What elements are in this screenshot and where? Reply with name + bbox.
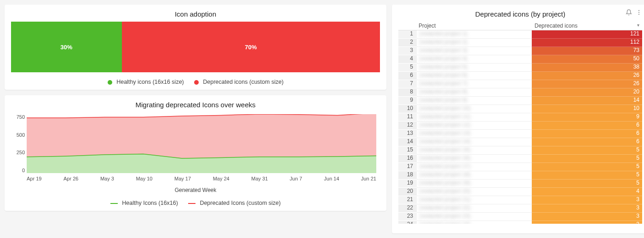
left-column: Icon adoption 30% 70% Healthy icons (16x…	[5, 5, 386, 233]
row-value: 5	[532, 180, 642, 188]
row-index: 14	[398, 138, 417, 146]
row-project: (redacted project 11)	[417, 113, 532, 122]
line-icon	[188, 203, 196, 204]
table-row[interactable]: 5(redacted project 5)38	[398, 64, 642, 72]
row-index: 2	[398, 39, 417, 47]
panel-header: Icon adoption	[11, 9, 380, 22]
row-project: (redacted project 10)	[417, 105, 532, 113]
table-row[interactable]: 16(redacted project 16)5	[398, 155, 642, 163]
row-value: 6	[532, 138, 642, 146]
row-index: 10	[398, 105, 417, 113]
row-project: (redacted project 7)	[417, 80, 532, 88]
row-value: 3	[532, 204, 642, 213]
row-project: (redacted project 20)	[417, 188, 532, 196]
panel-icon-adoption: Icon adoption 30% 70% Healthy icons (16x…	[5, 5, 386, 90]
legend-item-healthy[interactable]: Healthy icons (16x16 size)	[108, 79, 184, 85]
row-project: (redacted project 12)	[417, 122, 532, 130]
row-project: (redacted project 1)	[417, 30, 532, 39]
x-tick: Jun 7	[290, 176, 302, 181]
table-row[interactable]: 13(redacted project 13)6	[398, 130, 642, 138]
svg-point-0	[638, 10, 639, 11]
bell-icon[interactable]	[626, 9, 632, 17]
row-project: (redacted project 15)	[417, 146, 532, 155]
row-index: 11	[398, 113, 417, 122]
legend-label: Healthy Icons (16x16)	[122, 200, 178, 206]
legend-item-deprecated[interactable]: Deprecated icons (custom size)	[194, 79, 284, 85]
col-project[interactable]: Project	[417, 23, 532, 29]
col-deprecated-label: Deprecated icons	[535, 23, 577, 29]
table-row[interactable]: 22(redacted project 22)3	[398, 204, 642, 213]
panel-title: Migrating deprecated Icons over weeks	[136, 101, 256, 109]
table-row[interactable]: 6(redacted project 6)26	[398, 72, 642, 80]
col-index	[398, 23, 417, 29]
row-value: 6	[532, 130, 642, 138]
x-tick: Jun 14	[324, 176, 339, 181]
dashboard: Icon adoption 30% 70% Healthy icons (16x…	[5, 5, 644, 233]
segment-healthy: 30%	[11, 22, 122, 72]
y-tick: 500	[11, 132, 25, 138]
row-project: (redacted project 24)	[417, 221, 532, 224]
row-index: 8	[398, 88, 417, 97]
table-row[interactable]: 2(redacted project 2)112	[398, 39, 642, 47]
y-tick: 0	[11, 168, 25, 173]
row-index: 1	[398, 30, 417, 39]
dot-icon	[108, 80, 112, 85]
x-tick: May 24	[213, 176, 230, 181]
table-row[interactable]: 21(redacted project 21)3	[398, 196, 642, 204]
table-row[interactable]: 7(redacted project 7)26	[398, 80, 642, 88]
row-project: (redacted project 22)	[417, 204, 532, 213]
row-index: 22	[398, 204, 417, 213]
table-row[interactable]: 23(redacted project 23)3	[398, 213, 642, 221]
legend-item-deprecated[interactable]: Deprecated Icons (custom size)	[188, 200, 281, 206]
table-body[interactable]: 1(redacted project 1)1212(redacted proje…	[398, 30, 642, 224]
table-row[interactable]: 4(redacted project 4)50	[398, 55, 642, 64]
row-project: (redacted project 3)	[417, 47, 532, 55]
adoption-stacked-bar: 30% 70%	[11, 22, 380, 72]
table-row[interactable]: 17(redacted project 17)5	[398, 163, 642, 171]
plot-area	[27, 114, 376, 173]
table-row[interactable]: 9(redacted project 9)14	[398, 97, 642, 105]
segment-deprecated-label: 70%	[245, 44, 257, 51]
row-index: 6	[398, 72, 417, 80]
table-row[interactable]: 3(redacted project 3)73	[398, 47, 642, 55]
row-project: (redacted project 9)	[417, 97, 532, 105]
row-value: 9	[532, 113, 642, 122]
svg-point-1	[638, 12, 639, 13]
table-row[interactable]: 1(redacted project 1)121	[398, 30, 642, 39]
row-project: (redacted project 17)	[417, 163, 532, 171]
table-row[interactable]: 12(redacted project 12)6	[398, 122, 642, 130]
migration-legend: Healthy Icons (16x16) Deprecated Icons (…	[11, 193, 380, 206]
row-value: 3	[532, 221, 642, 224]
row-project: (redacted project 23)	[417, 213, 532, 221]
more-icon[interactable]	[636, 9, 642, 17]
table-row[interactable]: 19(redacted project 19)5	[398, 180, 642, 188]
table-row[interactable]: 24(redacted project 24)3	[398, 221, 642, 224]
panel-title: Deprecated icons (by project)	[475, 10, 565, 18]
x-tick: May 3	[100, 176, 114, 181]
line-icon	[110, 203, 118, 204]
svg-point-2	[638, 14, 639, 15]
row-value: 73	[532, 47, 642, 55]
col-deprecated[interactable]: Deprecated icons ▾	[532, 23, 642, 29]
table-row[interactable]: 11(redacted project 11)9	[398, 113, 642, 122]
table-row[interactable]: 20(redacted project 20)4	[398, 188, 642, 196]
row-value: 5	[532, 155, 642, 163]
adoption-legend: Healthy icons (16x16 size) Deprecated ic…	[11, 72, 380, 85]
row-index: 12	[398, 122, 417, 130]
row-value: 5	[532, 163, 642, 171]
legend-item-healthy[interactable]: Healthy Icons (16x16)	[110, 200, 178, 206]
row-project: (redacted project 21)	[417, 196, 532, 204]
table-row[interactable]: 15(redacted project 15)5	[398, 146, 642, 155]
table-row[interactable]: 14(redacted project 14)6	[398, 138, 642, 146]
table-row[interactable]: 18(redacted project 18)5	[398, 171, 642, 180]
panel-title: Icon adoption	[175, 10, 216, 18]
row-project: (redacted project 5)	[417, 64, 532, 72]
row-index: 5	[398, 64, 417, 72]
row-index: 4	[398, 55, 417, 64]
row-index: 13	[398, 130, 417, 138]
row-index: 19	[398, 180, 417, 188]
row-value: 6	[532, 122, 642, 130]
table-row[interactable]: 10(redacted project 10)10	[398, 105, 642, 113]
row-index: 23	[398, 213, 417, 221]
table-row[interactable]: 8(redacted project 8)20	[398, 88, 642, 97]
